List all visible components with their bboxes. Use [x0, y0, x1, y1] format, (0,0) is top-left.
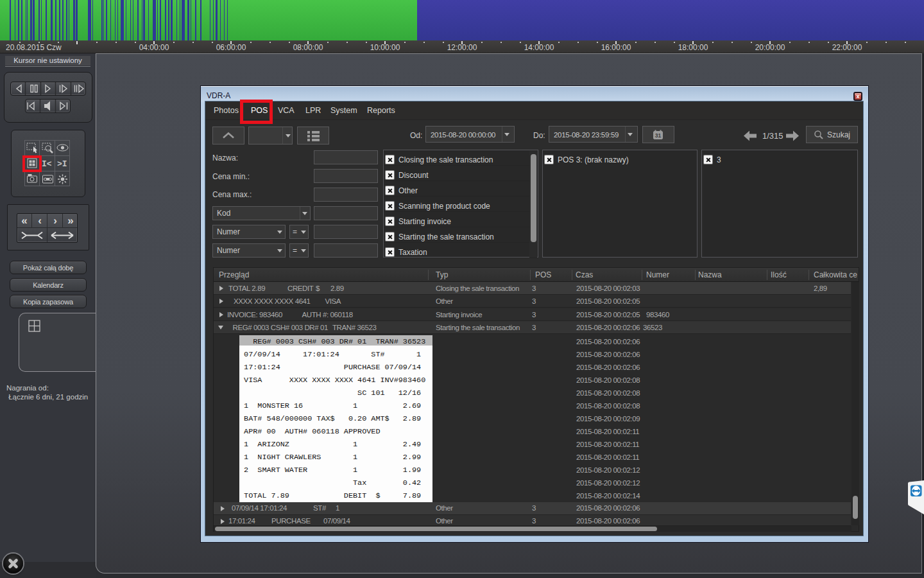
svg-text:›: › — [53, 215, 57, 227]
svg-text:«: « — [21, 215, 27, 227]
svg-text:I<: I< — [42, 159, 52, 169]
svg-text:31: 31 — [655, 132, 662, 139]
svg-text:‹: ‹ — [38, 215, 42, 227]
svg-text:»: » — [67, 215, 73, 227]
svg-text:>I: >I — [57, 159, 67, 169]
